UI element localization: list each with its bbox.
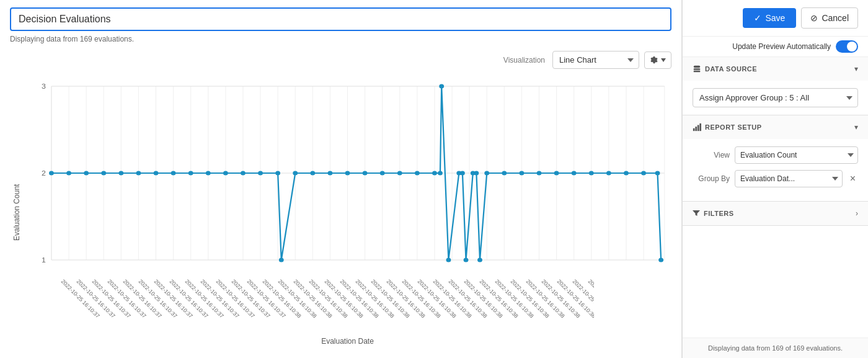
svg-point-44 <box>84 171 89 176</box>
svg-point-63 <box>397 171 402 176</box>
svg-point-58 <box>310 171 315 176</box>
datasource-chevron-icon: ▾ <box>854 65 858 73</box>
svg-point-77 <box>519 171 524 176</box>
svg-point-53 <box>241 171 246 176</box>
report-setup-header[interactable]: REPORT SETUP ▾ <box>683 115 868 139</box>
svg-point-56 <box>279 258 284 262</box>
datasource-select[interactable]: Assign Approver Group : 5 : All <box>693 88 858 107</box>
cancel-button[interactable]: ⊘ Cancel <box>801 7 858 29</box>
svg-rect-123 <box>694 68 701 70</box>
svg-point-51 <box>206 171 211 176</box>
svg-point-54 <box>258 171 263 176</box>
cancel-icon: ⊘ <box>810 13 818 23</box>
svg-point-75 <box>484 171 489 176</box>
svg-point-80 <box>572 171 577 176</box>
svg-text:3: 3 <box>42 83 46 90</box>
svg-point-43 <box>66 171 71 176</box>
database-icon <box>693 65 701 73</box>
report-setup-chevron-icon: ▾ <box>854 123 858 132</box>
datasource-section: DATA SOURCE ▾ Assign Approver Group : 5 … <box>683 57 868 115</box>
filters-section: FILTERS › <box>683 202 868 226</box>
svg-point-81 <box>589 171 594 176</box>
svg-point-64 <box>415 171 420 176</box>
svg-point-62 <box>380 171 385 176</box>
svg-point-79 <box>554 171 559 176</box>
filters-title: FILTERS <box>704 210 734 217</box>
line-chart: 3 2 1 <box>24 74 671 272</box>
svg-point-49 <box>171 171 176 176</box>
svg-point-71 <box>464 258 469 262</box>
svg-point-50 <box>188 171 193 176</box>
svg-point-47 <box>136 171 141 176</box>
svg-point-65 <box>432 171 437 176</box>
svg-point-46 <box>118 171 123 176</box>
svg-point-66 <box>438 171 443 176</box>
svg-rect-126 <box>695 127 697 131</box>
svg-point-48 <box>154 171 159 176</box>
subtitle-text: Displaying data from 169 evaluations. <box>10 35 671 43</box>
save-button[interactable]: ✓ Save <box>743 8 796 28</box>
view-label: View <box>693 151 730 159</box>
svg-point-78 <box>537 171 542 176</box>
svg-point-67 <box>439 84 444 89</box>
svg-point-57 <box>293 171 298 176</box>
auto-preview-toggle[interactable] <box>836 40 858 53</box>
bottom-note: Displaying data from 169 of 169 evaluati… <box>683 338 868 358</box>
svg-point-86 <box>658 258 663 262</box>
svg-rect-124 <box>694 71 701 73</box>
svg-rect-125 <box>693 128 695 131</box>
svg-rect-122 <box>694 66 701 68</box>
svg-point-82 <box>606 171 611 176</box>
chart-title-input[interactable] <box>10 7 671 31</box>
svg-rect-128 <box>699 123 701 131</box>
svg-point-59 <box>327 171 332 176</box>
group-by-remove-button[interactable]: × <box>848 172 858 186</box>
svg-point-55 <box>275 171 280 176</box>
filters-chevron-icon: › <box>856 209 858 218</box>
x-axis-label: Evaluation Date <box>24 337 671 351</box>
x-axis-labels: 2022-10-25 16:10:37 2022-10-25 16:10:37 … <box>48 279 594 334</box>
visualization-label: Visualization <box>503 56 545 65</box>
y-axis-label: Evaluation Count <box>10 74 24 351</box>
group-by-select[interactable]: Evaluation Dat... <box>735 170 843 187</box>
datasource-title: DATA SOURCE <box>705 65 757 73</box>
svg-text:1: 1 <box>42 256 46 264</box>
checkmark-icon: ✓ <box>754 13 761 23</box>
svg-point-45 <box>101 171 106 176</box>
cancel-label: Cancel <box>822 13 849 23</box>
save-label: Save <box>765 13 785 23</box>
svg-point-85 <box>655 171 660 176</box>
svg-point-83 <box>624 171 629 176</box>
filter-icon <box>693 210 700 217</box>
toggle-label: Update Preview Automatically <box>732 42 831 51</box>
svg-rect-127 <box>698 125 699 132</box>
svg-point-52 <box>223 171 228 176</box>
datasource-header[interactable]: DATA SOURCE ▾ <box>683 57 868 81</box>
report-setup-section: REPORT SETUP ▾ View Evaluation Count Gro… <box>683 115 868 202</box>
svg-point-60 <box>345 171 350 176</box>
svg-point-73 <box>474 171 479 176</box>
report-setup-title: REPORT SETUP <box>705 123 762 131</box>
chevron-down-icon <box>661 58 666 63</box>
svg-point-61 <box>363 171 368 176</box>
svg-point-76 <box>502 171 507 176</box>
gear-icon <box>650 56 658 65</box>
visualization-select[interactable]: Line Chart <box>552 51 639 69</box>
filters-header[interactable]: FILTERS › <box>683 202 868 225</box>
svg-point-84 <box>641 171 646 176</box>
svg-text:2: 2 <box>42 169 46 177</box>
svg-point-42 <box>49 171 54 176</box>
svg-point-70 <box>460 171 465 176</box>
group-by-label: Group By <box>693 174 730 183</box>
view-select[interactable]: Evaluation Count <box>735 146 858 164</box>
chart-icon <box>693 123 701 132</box>
svg-point-74 <box>477 258 482 262</box>
svg-point-68 <box>446 258 451 262</box>
chart-settings-button[interactable] <box>644 51 671 69</box>
